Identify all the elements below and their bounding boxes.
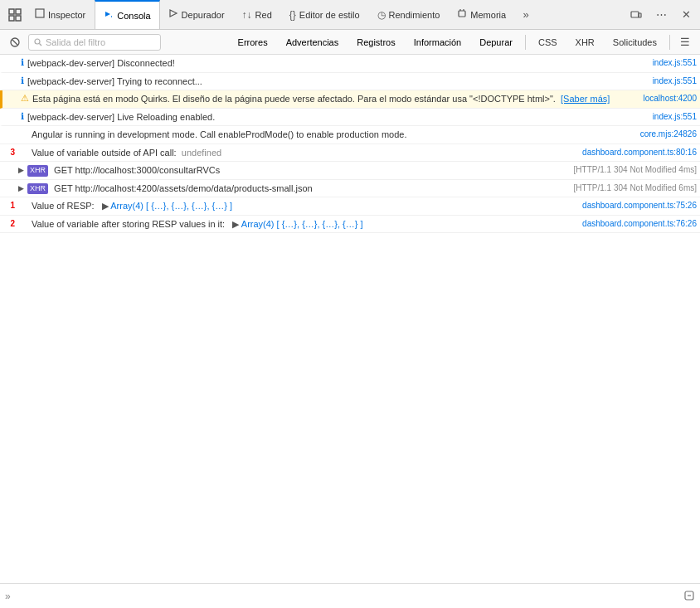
- devtools-icon[interactable]: [3, 3, 27, 27]
- tab-consola[interactable]: Consola: [95, 0, 159, 30]
- log-row: 1 Value of RESP: ▶ Array(4) [ {…}, {…}, …: [0, 197, 700, 216]
- undefined-value: undefined: [182, 148, 221, 158]
- console-side-btn[interactable]: [683, 590, 695, 601]
- filter-depurar-btn[interactable]: Depurar: [472, 35, 520, 50]
- array-value: Array(4) [ {…}, {…}, {…}, {…} ]: [110, 201, 232, 211]
- source-link[interactable]: localhost:4200: [637, 92, 698, 103]
- svg-marker-5: [105, 12, 110, 17]
- console-input[interactable]: [16, 591, 683, 601]
- toolbar-divider2: [669, 35, 670, 50]
- inspector-icon: [35, 8, 45, 21]
- source-link[interactable]: index.js:551: [646, 75, 697, 85]
- log-row: 2 Value of variable after storing RESP v…: [0, 216, 700, 234]
- log-row: ℹ [webpack-dev-server] Live Reloading en…: [0, 109, 700, 127]
- source-link[interactable]: index.js:551: [646, 110, 697, 121]
- log-row: Angular is running in development mode. …: [0, 126, 700, 144]
- row-count: 2: [3, 217, 15, 228]
- expand-btn[interactable]: ▶: [18, 163, 24, 174]
- log-row: ℹ [webpack-dev-server] Trying to reconne…: [0, 73, 700, 91]
- log-row-xhr: ▶ XHR GET http://localhost:4200/assets/d…: [0, 180, 700, 198]
- row-count: 3: [3, 146, 15, 157]
- filter-informacion-btn[interactable]: Información: [406, 35, 469, 50]
- filter-solicitudes-btn[interactable]: Solicitudes: [605, 35, 664, 50]
- source-link[interactable]: index.js:551: [646, 56, 697, 67]
- xhr-badge: XHR: [27, 183, 48, 195]
- source-link[interactable]: [HTTP/1.1 304 Not Modified 4ms]: [567, 163, 697, 174]
- svg-rect-1: [16, 9, 21, 14]
- tab-red[interactable]: ↑↓ Red: [234, 0, 281, 30]
- tab-rendimiento-label: Rendimiento: [389, 10, 440, 20]
- tab-memoria[interactable]: Memoria: [449, 0, 515, 30]
- svg-rect-4: [36, 9, 44, 17]
- source-link[interactable]: dashboard.component.ts:76:26: [576, 217, 697, 228]
- console-input-row: »: [0, 583, 700, 608]
- source-link[interactable]: core.mjs:24826: [634, 128, 697, 139]
- close-devtools-btn[interactable]: ✕: [675, 4, 697, 26]
- filter-advertencias-btn[interactable]: Advertencias: [279, 35, 347, 50]
- filter-xhr-btn[interactable]: XHR: [568, 35, 602, 50]
- tab-bar-actions: ⋯ ✕: [625, 4, 697, 26]
- info-icon: ℹ: [21, 110, 24, 122]
- rendimiento-icon: ◷: [377, 9, 386, 21]
- tab-inspector[interactable]: Inspector: [27, 0, 95, 30]
- filter-errores-btn[interactable]: Errores: [231, 35, 275, 50]
- row-count: [3, 163, 15, 165]
- row-count: 1: [3, 199, 15, 210]
- log-row: 3 Value of variable outside of API call:…: [0, 144, 700, 163]
- svg-rect-0: [9, 9, 14, 14]
- tabs-overflow-btn[interactable]: »: [515, 4, 537, 26]
- tab-depurador[interactable]: Depurador: [160, 0, 234, 30]
- memoria-icon: [457, 8, 467, 21]
- log-text: Angular is running in development mode. …: [32, 128, 634, 142]
- log-text: [webpack-dev-server] Disconnected!: [27, 56, 646, 71]
- depurador-icon: [168, 8, 178, 21]
- tab-rendimiento[interactable]: ◷ Rendimiento: [369, 0, 450, 30]
- search-icon: [34, 38, 42, 46]
- label-text: Value of RESP:: [32, 201, 100, 211]
- more-options-btn[interactable]: ⋯: [650, 4, 672, 26]
- tab-editor-label: Editor de estilo: [299, 10, 360, 20]
- tab-editor-estilo[interactable]: {} Editor de estilo: [281, 0, 369, 30]
- row-count: [6, 92, 17, 94]
- source-link[interactable]: dashboard.component.ts:75:26: [576, 199, 697, 210]
- spacer-icon: [18, 217, 28, 218]
- array-value: Array(4) [ {…}, {…}, {…}, {…} ]: [241, 219, 363, 229]
- source-link[interactable]: dashboard.component.ts:80:16: [576, 146, 697, 157]
- spacer-icon: [18, 146, 28, 147]
- log-text: Esta página está en modo Quirks. El dise…: [32, 92, 637, 106]
- label-text: Value of variable outside of API call:: [32, 148, 182, 158]
- svg-rect-8: [459, 11, 465, 17]
- console-input-actions: [683, 590, 695, 603]
- toolbar-divider: [525, 35, 526, 50]
- array-expand-btn[interactable]: ▶: [102, 201, 110, 211]
- filter-css-btn[interactable]: CSS: [531, 35, 565, 50]
- filter-registros-btn[interactable]: Registros: [349, 35, 402, 50]
- log-text: XHR GET http://localhost:4200/assets/dem…: [27, 182, 567, 196]
- array-expand-btn2[interactable]: ▶: [232, 219, 241, 229]
- tab-depurador-label: Depurador: [182, 10, 225, 20]
- responsive-design-btn[interactable]: [625, 4, 647, 26]
- console-toolbar: Salida del filtro Errores Advertencias R…: [0, 30, 700, 55]
- settings-btn[interactable]: ☰: [675, 32, 695, 52]
- row-count: [6, 110, 17, 112]
- log-row-xhr: ▶ XHR GET http://localhost:3000/consulta…: [0, 162, 700, 180]
- info-icon: ℹ: [21, 75, 24, 86]
- svg-rect-2: [9, 16, 14, 21]
- log-text: Value of RESP: ▶ Array(4) [ {…}, {…}, {……: [32, 199, 576, 213]
- tab-inspector-label: Inspector: [48, 10, 85, 20]
- row-count: [6, 56, 17, 58]
- info-icon: ℹ: [21, 56, 24, 68]
- clear-console-btn[interactable]: [5, 32, 25, 52]
- learn-more-link[interactable]: [Saber más]: [561, 94, 610, 104]
- console-chevron: »: [5, 591, 11, 602]
- tab-bar: Inspector Consola Depurador ↑↓ Red {} Ed…: [0, 0, 700, 30]
- source-link[interactable]: [HTTP/1.1 304 Not Modified 6ms]: [567, 182, 697, 192]
- xhr-badge: XHR: [27, 165, 48, 177]
- expand-btn[interactable]: ▶: [18, 182, 24, 192]
- tab-consola-label: Consola: [117, 11, 150, 21]
- svg-rect-12: [639, 13, 641, 17]
- svg-rect-3: [16, 16, 21, 21]
- label-text: Value of variable after storing RESP val…: [32, 219, 230, 229]
- filter-input-box[interactable]: Salida del filtro: [28, 34, 161, 51]
- log-row-warning: ⚠ Esta página está en modo Quirks. El di…: [0, 90, 700, 109]
